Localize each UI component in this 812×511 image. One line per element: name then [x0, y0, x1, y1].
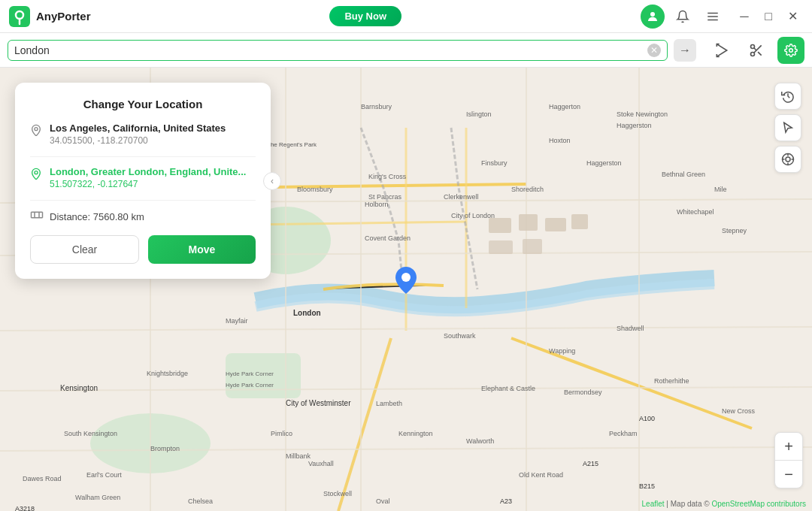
- search-right-icons: [708, 37, 804, 64]
- from-location-icon: [30, 124, 42, 140]
- search-navigate-button[interactable]: →: [674, 39, 696, 62]
- to-location-text: London, Greater London, England, Unite..…: [50, 166, 246, 189]
- zoom-in-button[interactable]: +: [775, 433, 802, 460]
- target-button[interactable]: [774, 146, 801, 173]
- scissors-button[interactable]: [743, 37, 770, 64]
- move-button[interactable]: Move: [148, 235, 256, 264]
- svg-text:Elephant & Castle: Elephant & Castle: [481, 385, 535, 392]
- route-icon: [714, 43, 729, 58]
- openstreetmap-link[interactable]: OpenStreetMap contributors: [711, 500, 806, 508]
- svg-point-101: [401, 273, 411, 282]
- maximize-button[interactable]: □: [758, 6, 779, 27]
- search-input[interactable]: [14, 44, 643, 56]
- from-location-coords: 34.051500, -118.270700: [50, 135, 226, 146]
- svg-text:Hyde Park Corner: Hyde Park Corner: [226, 370, 274, 377]
- svg-text:A215: A215: [583, 460, 598, 467]
- svg-text:South Kensington: South Kensington: [64, 430, 117, 437]
- scissors-icon: [749, 43, 764, 58]
- svg-text:Covent Garden: Covent Garden: [365, 234, 411, 242]
- bell-icon: [676, 10, 689, 23]
- svg-text:Southwark: Southwark: [444, 332, 476, 340]
- svg-text:Stockwell: Stockwell: [323, 490, 352, 497]
- buy-now-button[interactable]: Buy Now: [329, 6, 401, 26]
- svg-text:Dawes Road: Dawes Road: [23, 475, 62, 482]
- leaflet-link[interactable]: Leaflet: [642, 500, 665, 508]
- zoom-out-button[interactable]: −: [775, 461, 802, 488]
- title-bar-right: ─ □ ✕: [641, 5, 803, 29]
- cursor-button[interactable]: [774, 114, 801, 141]
- to-location-icon: [30, 168, 42, 183]
- svg-text:Whitechapel: Whitechapel: [677, 208, 714, 216]
- svg-text:Wapping: Wapping: [549, 347, 575, 355]
- title-bar-left: AnyPorter: [9, 6, 91, 27]
- svg-text:Haggerton: Haggerton: [549, 103, 580, 110]
- from-location-text: Los Angeles, California, United States 3…: [50, 122, 226, 146]
- svg-point-12: [789, 48, 793, 52]
- panel-actions: Clear Move: [30, 235, 256, 264]
- svg-point-3: [650, 12, 655, 17]
- svg-text:Old Kent Road: Old Kent Road: [519, 471, 563, 479]
- svg-text:The Regent's Park: The Regent's Park: [267, 141, 317, 148]
- svg-text:Kensington: Kensington: [60, 384, 98, 392]
- svg-line-11: [754, 47, 756, 50]
- title-bar-center: Buy Now: [91, 6, 641, 26]
- svg-text:Shadwell: Shadwell: [617, 325, 644, 332]
- target-icon: [781, 153, 795, 166]
- search-input-wrapper: ✕: [8, 40, 668, 61]
- svg-text:London: London: [293, 309, 321, 317]
- svg-text:Earl's Court: Earl's Court: [86, 471, 122, 479]
- history-button[interactable]: [774, 83, 801, 110]
- svg-text:Haggerston: Haggerston: [586, 159, 622, 167]
- settings-button[interactable]: [777, 37, 804, 64]
- svg-text:New Cross: New Cross: [722, 407, 756, 415]
- svg-text:Islington: Islington: [466, 110, 492, 118]
- close-button[interactable]: ✕: [782, 6, 803, 27]
- svg-text:Haggerston: Haggerston: [617, 122, 652, 129]
- svg-rect-39: [523, 239, 542, 254]
- map-controls: + −: [774, 83, 803, 488]
- svg-text:St Pancras: St Pancras: [368, 193, 402, 201]
- svg-text:Millbank: Millbank: [286, 452, 311, 460]
- svg-text:Hyde Park Corner: Hyde Park Corner: [226, 382, 274, 389]
- notification-button[interactable]: [671, 5, 695, 29]
- title-bar: AnyPorter Buy Now ─ □ ✕: [0, 0, 812, 33]
- app-name: AnyPorter: [36, 10, 91, 23]
- minimize-button[interactable]: ─: [734, 6, 755, 27]
- svg-text:City of Westminster: City of Westminster: [286, 399, 351, 407]
- map-data-label: Map data ©: [671, 500, 710, 508]
- panel-collapse-button[interactable]: ‹: [263, 172, 281, 190]
- svg-text:City of London: City of London: [451, 212, 495, 219]
- clear-button[interactable]: Clear: [30, 235, 139, 264]
- svg-text:Hoxton: Hoxton: [549, 137, 571, 144]
- svg-rect-38: [489, 240, 513, 254]
- svg-text:Pimlico: Pimlico: [271, 430, 292, 437]
- svg-text:Walham Green: Walham Green: [75, 494, 120, 501]
- zoom-controls: + −: [774, 432, 803, 488]
- panel-title: Change Your Location: [30, 98, 256, 110]
- settings-icon: [784, 44, 798, 57]
- svg-text:B215: B215: [639, 482, 655, 490]
- svg-rect-34: [489, 218, 511, 233]
- map-area[interactable]: King's Cross City of London Soho Fitzrov…: [0, 68, 812, 511]
- svg-text:Stepney: Stepney: [722, 227, 747, 234]
- to-location-item: London, Greater London, England, Unite..…: [30, 166, 256, 189]
- svg-text:A23: A23: [500, 497, 512, 505]
- svg-text:Mile: Mile: [714, 186, 727, 193]
- svg-text:Kennington: Kennington: [398, 430, 433, 437]
- distance-row: Distance: 7560.80 km: [30, 210, 256, 223]
- user-icon: [646, 10, 659, 23]
- search-clear-button[interactable]: ✕: [647, 44, 661, 57]
- route-mode-button[interactable]: [708, 37, 735, 64]
- svg-rect-37: [571, 214, 588, 229]
- svg-text:Oval: Oval: [376, 497, 390, 505]
- svg-text:Knightsbridge: Knightsbridge: [147, 370, 188, 377]
- svg-text:Chelsea: Chelsea: [188, 497, 213, 505]
- svg-text:Bloomsbury: Bloomsbury: [297, 186, 333, 193]
- menu-button[interactable]: [701, 5, 725, 29]
- menu-icon: [706, 10, 720, 23]
- svg-rect-36: [545, 218, 566, 231]
- user-account-button[interactable]: [641, 5, 665, 29]
- svg-text:Brompton: Brompton: [150, 445, 180, 452]
- distance-text: Distance: 7560.80 km: [50, 211, 144, 222]
- svg-text:Clerkenwell: Clerkenwell: [444, 193, 479, 201]
